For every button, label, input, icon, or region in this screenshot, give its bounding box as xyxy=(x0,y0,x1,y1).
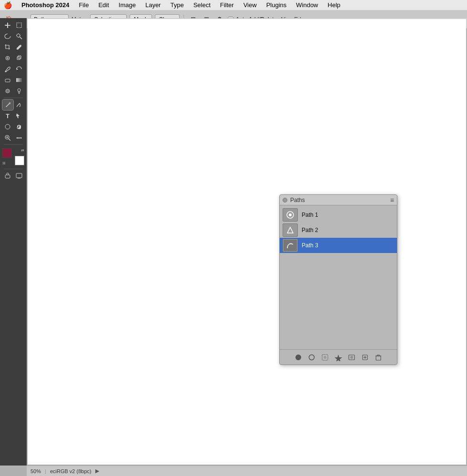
path-1-name: Path 1 xyxy=(302,212,318,218)
text-tool[interactable]: T xyxy=(2,111,13,121)
tool-divider-2 xyxy=(4,144,23,145)
tool-row-3 xyxy=(2,42,25,52)
path-item-2[interactable]: Path 2 xyxy=(280,223,397,238)
menu-plugins[interactable]: Plugins xyxy=(263,0,291,10)
paths-panel: × Paths ≡ Path 1 xyxy=(279,194,397,365)
svg-line-1 xyxy=(20,37,22,39)
path-selection-tool[interactable] xyxy=(14,111,25,121)
path-item-3[interactable]: Path 3 xyxy=(280,238,397,253)
svg-point-10 xyxy=(5,71,7,72)
tool-row-zoom: ••• xyxy=(2,132,25,143)
delete-path-button[interactable] xyxy=(374,353,383,362)
menu-select[interactable]: Select xyxy=(190,0,214,10)
svg-point-33 xyxy=(324,356,326,359)
brush-tool[interactable] xyxy=(2,64,13,74)
crop-tool[interactable] xyxy=(2,42,13,52)
svg-rect-28 xyxy=(284,224,297,236)
paths-panel-title: Paths xyxy=(290,197,305,203)
status-bar: 50% | eciRGB v2 (8bpc) ▶ xyxy=(27,466,467,476)
svg-point-17 xyxy=(5,124,10,129)
status-arrow-icon[interactable]: ▶ xyxy=(95,468,99,474)
quick-mask-tool[interactable] xyxy=(2,171,13,181)
zoom-level: 50% xyxy=(30,468,41,474)
menu-window[interactable]: Window xyxy=(292,0,322,10)
tool-row-2 xyxy=(2,31,25,41)
menu-view[interactable]: View xyxy=(240,0,261,10)
stroke-path-button[interactable] xyxy=(307,353,316,362)
canvas-area: Untitled-1 @ 50% (RGB/8) * << × Paths ≡ … xyxy=(27,18,467,466)
status-separator: | xyxy=(45,468,46,474)
svg-point-36 xyxy=(350,356,353,359)
add-layer-mask-button[interactable] xyxy=(347,353,356,362)
svg-rect-0 xyxy=(17,23,21,28)
paths-panel-header: × Paths ≡ xyxy=(280,195,397,205)
path-item-1[interactable]: Path 1 xyxy=(280,207,397,223)
more-tools[interactable]: ••• xyxy=(14,132,25,143)
path-2-name: Path 2 xyxy=(302,227,318,233)
gradient-tool[interactable] xyxy=(14,75,25,85)
shape-tool[interactable] xyxy=(2,122,13,132)
blur-tool[interactable] xyxy=(2,86,13,96)
close-panel-button[interactable]: × xyxy=(283,198,287,203)
eyedropper-tool[interactable] xyxy=(14,42,25,52)
reset-colors-icon[interactable]: ⊞ xyxy=(2,161,6,165)
tool-divider-3 xyxy=(4,169,23,169)
menu-type[interactable]: Type xyxy=(166,0,187,10)
clone-tool[interactable] xyxy=(14,53,25,63)
tool-row-7 xyxy=(2,86,25,96)
color-swatches: ⊞ ⇄ xyxy=(2,148,24,165)
panel-menu-icon[interactable]: ≡ xyxy=(390,196,394,204)
menu-bar: 🍎 Photoshop 2024 File Edit Image Layer T… xyxy=(0,0,467,10)
menu-layer[interactable]: Layer xyxy=(142,0,165,10)
magic-wand-tool[interactable] xyxy=(14,31,25,41)
tool-row-pen xyxy=(2,100,25,110)
tool-row-6 xyxy=(2,75,25,85)
eraser-tool[interactable] xyxy=(2,75,13,85)
svg-point-15 xyxy=(18,89,20,91)
svg-point-13 xyxy=(6,89,10,93)
canvas[interactable] xyxy=(28,19,466,465)
foreground-color-swatch[interactable] xyxy=(2,148,12,158)
make-work-path-button[interactable] xyxy=(334,353,343,362)
healing-tool[interactable] xyxy=(2,53,13,63)
app-name[interactable]: Photoshop 2024 xyxy=(18,0,73,10)
swap-colors-icon[interactable]: ⇄ xyxy=(21,148,24,152)
tool-row-5 xyxy=(2,64,25,74)
new-path-button[interactable] xyxy=(360,353,370,362)
tool-row-text: T xyxy=(2,111,25,121)
apple-logo-icon[interactable]: 🍎 xyxy=(4,1,12,9)
freeform-pen-tool[interactable] xyxy=(14,100,25,110)
menu-file[interactable]: File xyxy=(75,0,92,10)
dodge-tool[interactable] xyxy=(14,86,25,96)
svg-point-27 xyxy=(289,213,292,216)
tool-divider-1 xyxy=(4,98,23,98)
marquee-tool[interactable] xyxy=(14,20,25,30)
screen-mode-tool[interactable] xyxy=(14,171,25,181)
menu-help[interactable]: Help xyxy=(324,0,345,10)
zoom-tool[interactable] xyxy=(2,132,13,143)
fill-path-button[interactable] xyxy=(294,353,303,362)
menu-image[interactable]: Image xyxy=(115,0,140,10)
tools-panel: T ••• ⊞ ⇄ xyxy=(0,18,27,466)
svg-rect-12 xyxy=(16,78,22,82)
svg-point-30 xyxy=(295,354,301,360)
path-3-thumbnail xyxy=(283,239,298,252)
move-tool[interactable] xyxy=(2,20,13,30)
tool-row-1 xyxy=(2,20,25,30)
svg-point-31 xyxy=(309,354,315,360)
load-as-selection-button[interactable] xyxy=(320,353,330,362)
paths-panel-footer xyxy=(280,349,397,365)
svg-marker-34 xyxy=(335,354,342,361)
background-color-swatch[interactable] xyxy=(15,156,24,165)
color-profile: eciRGB v2 (8bpc) xyxy=(50,468,91,474)
svg-rect-22 xyxy=(5,175,10,178)
hand-tool[interactable] xyxy=(14,122,25,132)
lasso-tool[interactable] xyxy=(2,31,13,41)
tool-row-4 xyxy=(2,53,25,63)
menu-filter[interactable]: Filter xyxy=(216,0,238,10)
history-brush[interactable] xyxy=(14,64,25,74)
pen-tool[interactable] xyxy=(2,100,13,110)
paths-list: Path 1 Path 2 xyxy=(280,205,397,349)
svg-point-2 xyxy=(17,34,20,37)
menu-edit[interactable]: Edit xyxy=(94,0,112,10)
